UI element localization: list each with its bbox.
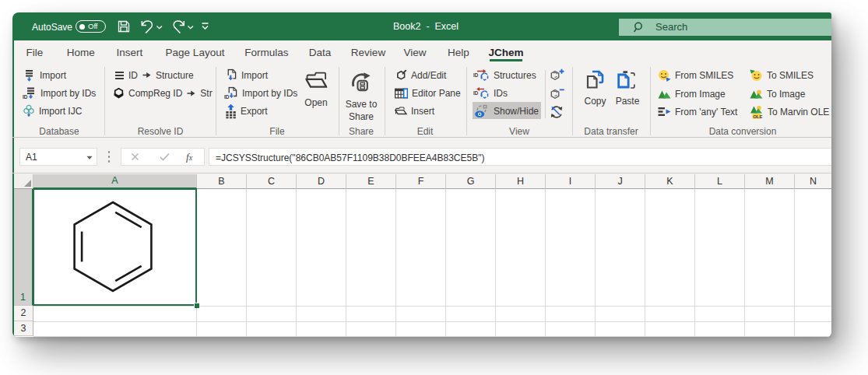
svg-text:ID: ID <box>473 72 479 78</box>
svg-text:ID: ID <box>23 93 28 99</box>
svg-text:ID: ID <box>473 90 479 96</box>
svg-text:ID: ID <box>224 93 230 99</box>
svg-text:OLE: OLE <box>753 114 762 118</box>
